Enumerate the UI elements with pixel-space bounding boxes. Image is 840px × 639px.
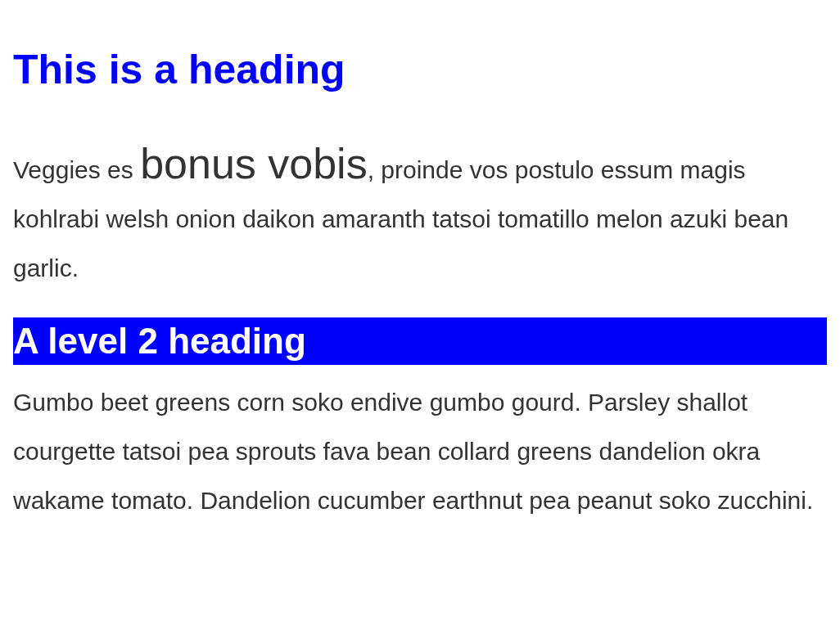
paragraph-2: Gumbo beet greens corn soko endive gumbo… bbox=[13, 378, 827, 525]
paragraph-1: Veggies es bonus vobis, proinde vos post… bbox=[13, 142, 827, 293]
paragraph-1-emphasis: bonus vobis bbox=[140, 140, 368, 187]
page-heading-2: A level 2 heading bbox=[13, 317, 827, 365]
page-heading-1: This is a heading bbox=[13, 46, 827, 93]
paragraph-1-before: Veggies es bbox=[13, 156, 140, 183]
